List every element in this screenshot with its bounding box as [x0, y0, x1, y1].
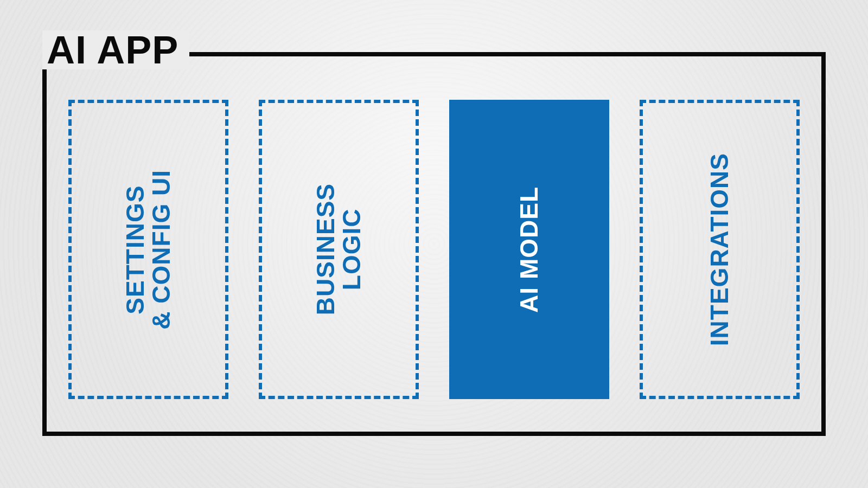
card-label: SETTINGS & CONFIG UI [122, 170, 175, 330]
card-ai-model: AI MODEL [449, 100, 609, 399]
app-frame: AI APP SETTINGS & CONFIG UI BUSINESS LOG… [42, 52, 826, 436]
card-integrations: INTEGRATIONS [640, 100, 800, 399]
cards-row: SETTINGS & CONFIG UI BUSINESS LOGIC AI M… [47, 56, 821, 432]
card-label: BUSINESS LOGIC [312, 183, 365, 315]
card-business-logic: BUSINESS LOGIC [259, 100, 419, 399]
card-label: INTEGRATIONS [706, 153, 732, 346]
card-label: AI MODEL [516, 187, 542, 313]
card-settings-config-ui: SETTINGS & CONFIG UI [68, 100, 228, 399]
